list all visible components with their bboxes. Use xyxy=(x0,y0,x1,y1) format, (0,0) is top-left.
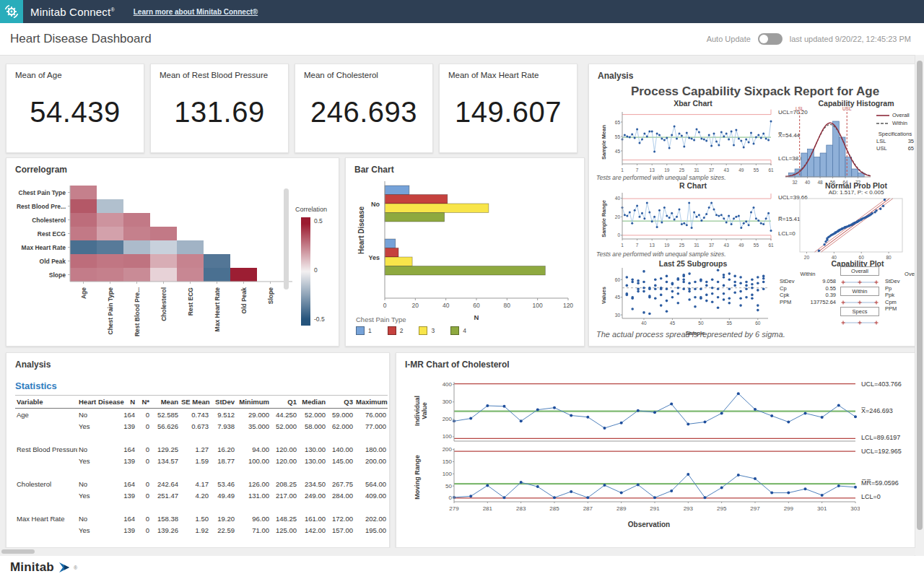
indiv-lcl-label: LCL=89.6197 xyxy=(861,434,900,441)
xbar-note: Tests are performed with unequal sample … xyxy=(596,174,726,181)
auto-update-toggle[interactable] xyxy=(758,33,783,45)
svg-text:Rest Blood Pre...: Rest Blood Pre... xyxy=(134,287,141,336)
imr-x-axis-label: Observation xyxy=(577,521,721,528)
horizontal-scrollbar-thumb[interactable] xyxy=(1,549,35,554)
panel-title: Bar Chart xyxy=(354,165,394,175)
svg-text:40: 40 xyxy=(443,302,450,309)
svg-text:299: 299 xyxy=(784,505,794,512)
legend-title: Chest Pain Type xyxy=(356,315,466,323)
stats-row: Yes1390139.261.9222.5971.00125.00142.001… xyxy=(15,524,388,536)
r-lcl-label: LCL=0 xyxy=(778,230,796,237)
svg-text:287: 287 xyxy=(583,505,593,512)
capability-within-stats: Within StDev9.058 Cp0.55 Cpk0.39 PPM1377… xyxy=(780,271,836,305)
svg-text:Max Heart Rate: Max Heart Rate xyxy=(214,287,221,332)
legend-item[interactable]: 4 xyxy=(450,326,466,335)
svg-text:Chest Pain Type: Chest Pain Type xyxy=(107,287,114,335)
svg-text:297: 297 xyxy=(750,505,760,512)
spec-title: Specifications xyxy=(876,131,914,137)
svg-text:200: 200 xyxy=(443,416,453,422)
toggle-knob xyxy=(759,35,768,43)
svg-text:32: 32 xyxy=(792,180,798,185)
legend-item[interactable]: 1 xyxy=(356,326,372,335)
svg-text:7: 7 xyxy=(636,243,639,248)
panel-title: Analysis xyxy=(15,360,51,370)
stats-column-header: Q1 xyxy=(271,396,298,409)
stats-column-header: Q3 xyxy=(327,396,354,409)
svg-text:55: 55 xyxy=(615,134,621,139)
svg-text:19: 19 xyxy=(664,243,670,248)
kpi-label: Mean of Cholesterol xyxy=(304,71,378,79)
svg-text:13: 13 xyxy=(650,243,655,248)
bar-chart-legend: Chest Pain Type 1234 xyxy=(356,315,466,335)
moving-range-chart: 0501001502002792812832852872892912932952… xyxy=(430,445,860,522)
legend-item[interactable]: 3 xyxy=(419,326,435,335)
auto-update-label: Auto Update xyxy=(707,35,751,43)
svg-text:200: 200 xyxy=(443,446,453,453)
kpi-label: Mean of Rest Blood Pressure xyxy=(160,71,268,79)
indiv-y-axis-label: Individual Value xyxy=(414,396,428,426)
svg-text:25: 25 xyxy=(679,243,685,248)
svg-text:LSL: LSL xyxy=(796,106,804,111)
kpi-label: Mean of Max Heart Rate xyxy=(448,71,539,79)
svg-text:55: 55 xyxy=(754,167,759,173)
legend-item[interactable]: 2 xyxy=(388,326,404,335)
sixpack-analysis-panel: Analysis Process Capability Sixpack Repo… xyxy=(588,64,920,347)
kpi-value: 149.607 xyxy=(440,96,577,129)
svg-text:50: 50 xyxy=(698,321,704,326)
stats-column-header: Variable xyxy=(15,396,77,409)
colorbar-tick-min: -0.5 xyxy=(314,315,325,323)
statistics-heading[interactable]: Statistics xyxy=(15,380,57,391)
sixpack-footer-note: The actual process spread is represented… xyxy=(596,330,785,339)
svg-text:400: 400 xyxy=(443,381,453,388)
statistics-analysis-panel: Analysis Statistics VariableHeart Diseas… xyxy=(6,352,390,548)
heatmap-scrollbar[interactable] xyxy=(284,188,289,290)
svg-text:60: 60 xyxy=(615,277,621,282)
kpi-card-mean-cholesterol: Mean of Cholesterol 246.693 xyxy=(295,64,433,153)
panel-title: I-MR Chart of Cholesterol xyxy=(405,360,510,370)
vertical-scrollbar[interactable] xyxy=(915,55,924,556)
colorbar-tick-max: 0.5 xyxy=(314,217,323,225)
normal-prob-plot: 20406080 xyxy=(794,196,908,265)
svg-text:283: 283 xyxy=(516,505,526,512)
svg-text:150: 150 xyxy=(443,458,453,465)
colorbar xyxy=(301,217,310,326)
svg-text:80: 80 xyxy=(504,302,511,309)
imr-chart-panel: I-MR Chart of Cholesterol Individual Val… xyxy=(396,352,920,548)
svg-text:49: 49 xyxy=(738,167,744,173)
spec-table: LSL35 USL65 xyxy=(876,138,914,152)
svg-text:289: 289 xyxy=(616,505,627,512)
mr-lcl-label: LCL=0 xyxy=(861,493,881,500)
colorbar-title: Correlation xyxy=(295,206,327,213)
svg-text:20: 20 xyxy=(804,255,810,260)
kpi-label: Mean of Age xyxy=(15,71,62,79)
svg-text:Max Heart Rate: Max Heart Rate xyxy=(22,244,66,251)
svg-text:20: 20 xyxy=(615,214,621,219)
panel-title: Analysis xyxy=(598,71,633,81)
stats-column-header: Heart Disease xyxy=(77,396,119,409)
minitab-connect-logo-icon[interactable] xyxy=(0,0,23,23)
svg-text:45: 45 xyxy=(615,295,621,300)
xbar-y-axis-label: Sample Mean xyxy=(601,125,607,160)
svg-text:48: 48 xyxy=(817,180,823,185)
svg-text:0: 0 xyxy=(617,232,620,238)
svg-text:45: 45 xyxy=(670,321,676,326)
horizontal-scrollbar[interactable] xyxy=(0,548,915,555)
page-title: Heart Disease Dashboard xyxy=(10,23,152,55)
minitab-connect-dashboard: Minitab Connect® Learn more about Minita… xyxy=(0,0,924,579)
svg-text:37: 37 xyxy=(709,243,715,248)
vertical-scrollbar-thumb[interactable] xyxy=(917,61,923,530)
xbar-chart-title: Xbar Chart xyxy=(674,99,712,108)
last25-y-axis-label: Values xyxy=(601,287,607,304)
kpi-card-mean-age: Mean of Age 54.439 xyxy=(6,64,144,153)
legend-swatch xyxy=(388,326,396,335)
top-navbar: Minitab Connect® Learn more about Minita… xyxy=(0,0,924,23)
correlogram-panel: Correlogram Chest Pain TypeRest Blood Pr… xyxy=(6,157,339,347)
svg-text:55: 55 xyxy=(754,243,759,248)
bar-chart-panel: Bar Chart Heart Disease NoYes02040608010… xyxy=(345,157,585,347)
learn-more-link[interactable]: Learn more about Minitab Connect® xyxy=(134,8,258,16)
specs-interval xyxy=(840,317,879,330)
svg-text:45: 45 xyxy=(615,149,621,154)
svg-text:40: 40 xyxy=(615,196,621,201)
svg-text:7: 7 xyxy=(636,167,639,173)
stats-column-header: Mean xyxy=(151,396,180,409)
